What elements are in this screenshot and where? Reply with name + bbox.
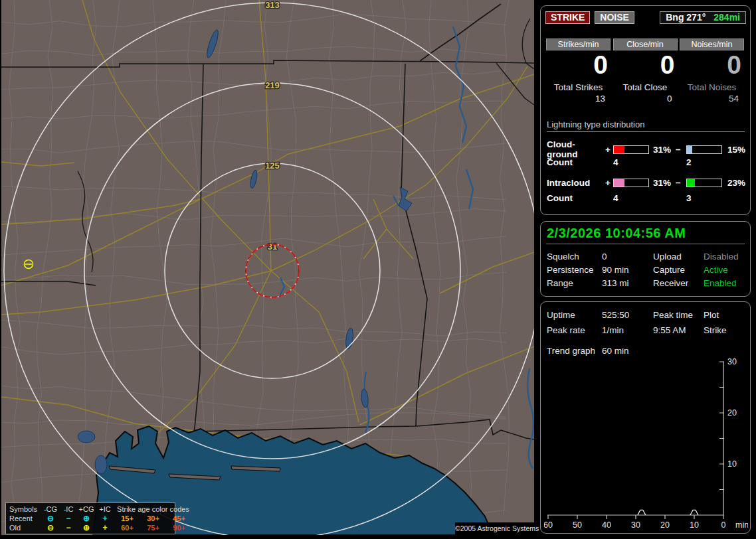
close-rate-value: 0 (613, 52, 678, 78)
legend-header-row: Symbols -CG -IC +CG +IC Strike age color… (8, 504, 173, 514)
intracloud-label: Intracloud (547, 178, 605, 188)
noise-button[interactable]: NOISE (595, 11, 634, 24)
datetime-display: 2/3/2026 10:04:56 AM (546, 226, 745, 244)
receiver-status: Enabled (704, 277, 745, 290)
close-per-min-chip: Close/min (613, 38, 678, 50)
capture-label: Capture (653, 264, 704, 277)
strikes-rate-value: 0 (546, 52, 611, 78)
close-counter: Close/min 0 Total Close 0 (613, 38, 678, 104)
x-axis-unit: min (735, 520, 748, 530)
persistence-label: Persistence (547, 264, 602, 277)
ic-negative-pct: 23% (725, 178, 745, 188)
ring-label-219: 219 (265, 80, 280, 90)
persistence-value: 90 min (602, 264, 653, 277)
minus-sign: − (676, 178, 686, 188)
legend-old-row: Old ⊖ − ⊕ + 60+ 75+ 90+ (8, 523, 173, 532)
strikes-per-min-chip: Strikes/min (546, 38, 611, 50)
age-60: 60+ (114, 523, 140, 532)
rate-counters: Strikes/min 0 Total Strikes 13 Close/min… (546, 38, 744, 104)
recent-pos-cg-icon: ⊕ (77, 514, 96, 523)
trend-spike-1 (690, 510, 698, 515)
total-close-label: Total Close (613, 82, 678, 92)
strike-stats-panel: STRIKE NOISE Bng 271° 284mi Strikes/min … (540, 5, 751, 215)
plot-type-value: Strike (704, 323, 745, 338)
legend-age-header: Strike age color codes (114, 504, 192, 514)
x-tick-label-0: 0 (721, 520, 726, 530)
ic-negative-bar (686, 179, 722, 187)
minus-sign: − (676, 145, 686, 155)
legend-col-neg-cg: -CG (41, 504, 60, 514)
mode-toolbar: STRIKE NOISE Bng 271° 284mi (545, 11, 746, 24)
total-noises-value: 54 (680, 94, 744, 104)
cloud-ground-count-row: Count 4 2 (547, 155, 745, 169)
plus-sign: + (605, 145, 613, 155)
cg-positive-bar (613, 145, 649, 154)
lightning-map[interactable]: 31321912531 Symbols -CG -IC +CG +IC Stri… (1, 0, 534, 535)
legend-col-neg-ic: -IC (60, 504, 77, 514)
age-45: 45+ (166, 514, 192, 523)
old-pos-cg-icon: ⊕ (77, 523, 96, 532)
lightning-distribution: Lightning type distribution Cloud-ground… (547, 119, 745, 205)
recent-neg-cg-icon: ⊖ (41, 514, 60, 523)
x-tick-label-60: 60 (544, 520, 553, 530)
ring-label-313: 313 (265, 0, 280, 10)
distribution-title: Lightning type distribution (547, 119, 745, 132)
peak-time-value: 9:55 AM (653, 323, 704, 338)
graph-ticks (548, 362, 724, 519)
old-pos-ic-icon: + (96, 523, 114, 532)
total-noises-label: Total Noises (680, 82, 744, 92)
range-value: 313 mi (602, 277, 653, 290)
cloud-ground-row: Cloud-ground + 31% − 15% (547, 139, 745, 155)
copyright-text: ©2005 Astrogenic Systems (455, 522, 535, 535)
status-grid: Squelch 0 Upload Disabled Persistence 90… (546, 250, 745, 290)
capture-status: Active (704, 264, 745, 277)
age-15: 15+ (114, 514, 140, 523)
plus-sign: + (605, 178, 613, 188)
trend-graph-window: 60 min (602, 343, 653, 358)
old-neg-cg-icon: ⊖ (41, 523, 60, 532)
trend-spike-0 (638, 510, 646, 515)
legend-col-pos-cg: +CG (77, 504, 96, 514)
x-tick-label-50: 50 (573, 520, 582, 530)
x-tick-label-40: 40 (602, 520, 611, 530)
noises-counter: Noises/min 0 Total Noises 54 (680, 38, 744, 104)
upload-status: Disabled (704, 250, 745, 264)
total-strikes-value: 13 (546, 94, 611, 104)
upload-label: Upload (653, 250, 704, 264)
count-label: Count (547, 157, 605, 167)
ring-label-125: 125 (265, 161, 280, 171)
range-label: Range (547, 277, 602, 290)
strikes-counter: Strikes/min 0 Total Strikes 13 (546, 38, 611, 104)
age-30: 30+ (140, 514, 166, 523)
trend-graph-header: Trend graph 60 min (546, 343, 745, 358)
legend-symbols-header: Symbols (8, 504, 41, 514)
graph-axes (547, 362, 723, 515)
x-tick-label-30: 30 (631, 520, 640, 530)
receiver-label: Receiver (653, 277, 704, 290)
uptime-value: 525:50 (602, 307, 653, 323)
squelch-value: 0 (602, 250, 653, 264)
trend-panel: Uptime 525:50 Peak time Plot Peak rate 1… (540, 301, 751, 534)
noises-per-min-chip: Noises/min (680, 38, 744, 50)
age-75: 75+ (140, 523, 166, 532)
cg-positive-pct: 31% (650, 145, 676, 155)
intracloud-row: Intracloud + 31% − 23% (547, 175, 745, 191)
ring-label-31: 31 (268, 242, 277, 252)
noises-rate-value: 0 (680, 52, 744, 78)
peak-rate-value: 1/min (602, 323, 653, 338)
legend-recent-label: Recent (8, 514, 41, 523)
age-90: 90+ (166, 523, 192, 532)
ic-positive-count: 4 (613, 193, 650, 203)
trend-graph-label: Trend graph (547, 343, 602, 358)
cg-negative-bar (686, 145, 722, 154)
cg-positive-count: 4 (613, 157, 650, 167)
total-close-value: 0 (613, 94, 678, 104)
peak-rate-label: Peak rate (547, 323, 602, 338)
ic-positive-bar (613, 179, 649, 187)
cloud-ground-label: Cloud-ground (547, 139, 605, 159)
cg-negative-pct: 15% (725, 145, 745, 155)
strike-button[interactable]: STRIKE (545, 11, 590, 24)
bearing-distance: 284mi (713, 12, 740, 23)
y-tick-label-30: 30 (727, 358, 737, 366)
status-panel: 2/3/2026 10:04:56 AM Squelch 0 Upload Di… (540, 221, 751, 297)
